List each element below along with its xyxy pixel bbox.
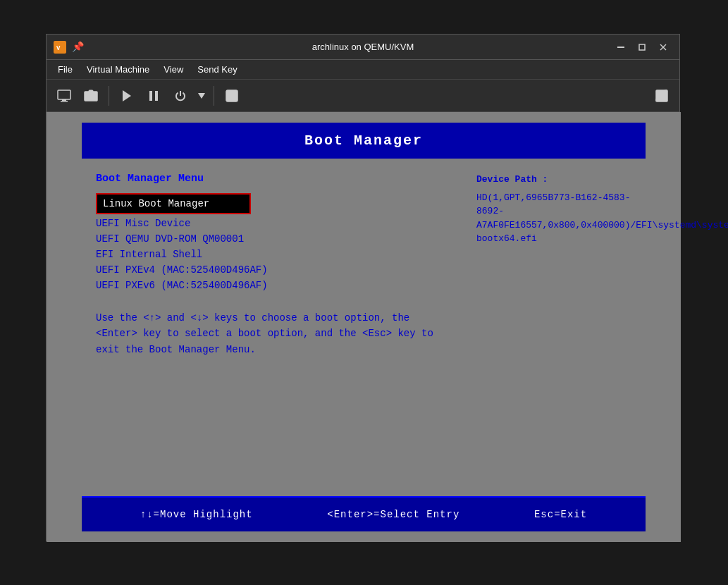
monitor-toolbar-button[interactable] bbox=[52, 84, 76, 108]
svg-rect-6 bbox=[58, 90, 70, 99]
menu-file[interactable]: File bbox=[51, 62, 80, 77]
usb-toolbar-button[interactable] bbox=[220, 84, 244, 108]
boot-option-dvdrom[interactable]: UEFI QEMU DVD-ROM QM00001 bbox=[96, 231, 462, 247]
svg-rect-8 bbox=[61, 101, 68, 102]
menu-send-key[interactable]: Send Key bbox=[190, 62, 244, 77]
svg-rect-18 bbox=[233, 93, 235, 96]
footer-navigate: ↑↓=Move Highlight bbox=[140, 509, 253, 520]
toolbar-separator-1 bbox=[109, 86, 109, 106]
svg-rect-13 bbox=[149, 91, 152, 101]
power-dropdown-button[interactable] bbox=[195, 84, 208, 108]
vm-logo-icon: V bbox=[54, 41, 66, 54]
svg-rect-2 bbox=[617, 47, 624, 48]
uefi-left-panel: Boot Manager Menu Linux Boot Manager UEF… bbox=[96, 173, 462, 482]
window-title: archlinux on QEMU/KVM bbox=[312, 42, 414, 52]
uefi-interface: Boot Manager Boot Manager Menu Linux Boo… bbox=[82, 123, 646, 531]
svg-rect-3 bbox=[639, 44, 645, 50]
boot-option-misc[interactable]: UEFI Misc Device bbox=[96, 216, 462, 231]
boot-option-shell[interactable]: EFI Internal Shell bbox=[96, 247, 462, 262]
device-path-value: HD(1,GPT,6965B773-B162-4583-8692-A7AF0FE… bbox=[476, 191, 631, 246]
uefi-right-panel: Device Path : HD(1,GPT,6965B773-B162-458… bbox=[476, 173, 631, 482]
close-button[interactable] bbox=[654, 38, 672, 56]
svg-point-10 bbox=[89, 94, 94, 99]
svg-rect-19 bbox=[231, 94, 233, 98]
svg-rect-20 bbox=[230, 98, 234, 99]
uefi-header: Boot Manager bbox=[82, 123, 646, 159]
menu-view[interactable]: View bbox=[156, 62, 190, 77]
screenshot-toolbar-button[interactable] bbox=[79, 84, 103, 108]
power-toolbar-button[interactable] bbox=[168, 84, 192, 108]
minimize-button[interactable] bbox=[612, 38, 630, 56]
titlebar-controls bbox=[612, 38, 672, 56]
svg-marker-15 bbox=[198, 93, 205, 99]
boot-menu-title: Boot Manager Menu bbox=[96, 173, 462, 185]
svg-rect-7 bbox=[62, 99, 66, 101]
uefi-body: Boot Manager Menu Linux Boot Manager UEF… bbox=[82, 159, 646, 496]
svg-rect-17 bbox=[229, 93, 231, 96]
svg-marker-12 bbox=[123, 90, 131, 101]
play-toolbar-button[interactable] bbox=[115, 84, 139, 108]
menubar: File Virtual Machine View Send Key bbox=[47, 60, 679, 80]
pin-icon: 📌 bbox=[72, 41, 84, 53]
menu-virtual-machine[interactable]: Virtual Machine bbox=[80, 62, 156, 77]
svg-rect-14 bbox=[155, 91, 158, 101]
maximize-button[interactable] bbox=[633, 38, 651, 56]
toolbar bbox=[47, 80, 679, 112]
boot-option-pxev6[interactable]: UEFI PXEv6 (MAC:525400D496AF) bbox=[96, 278, 462, 293]
titlebar: V 📌 archlinux on QEMU/KVM bbox=[47, 35, 679, 60]
footer-exit: Esc=Exit bbox=[534, 509, 587, 520]
boot-option-linux[interactable]: Linux Boot Manager bbox=[96, 193, 462, 214]
vm-screen[interactable]: Boot Manager Boot Manager Menu Linux Boo… bbox=[47, 112, 681, 542]
pause-toolbar-button[interactable] bbox=[142, 84, 166, 108]
svg-rect-11 bbox=[89, 90, 93, 92]
expand-button[interactable] bbox=[650, 84, 674, 108]
boot-option-pxev4[interactable]: UEFI PXEv4 (MAC:525400D496AF) bbox=[96, 262, 462, 278]
vm-window: V 📌 archlinux on QEMU/KVM File Virtual M bbox=[46, 34, 680, 541]
footer-select: <Enter>=Select Entry bbox=[327, 509, 459, 520]
titlebar-icons: V 📌 bbox=[54, 41, 84, 54]
svg-text:V: V bbox=[56, 45, 61, 51]
boot-option-linux-label: Linux Boot Manager bbox=[96, 193, 251, 214]
toolbar-separator-2 bbox=[214, 86, 214, 106]
uefi-instructions: Use the <↑> and <↓> keys to choose a boo… bbox=[96, 310, 448, 357]
device-path-label: Device Path : bbox=[476, 173, 631, 187]
uefi-footer: ↑↓=Move Highlight <Enter>=Select Entry E… bbox=[82, 496, 646, 531]
